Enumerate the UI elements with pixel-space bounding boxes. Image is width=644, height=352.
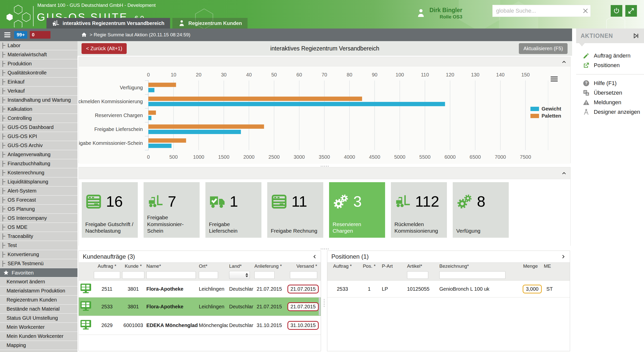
filter-input[interactable] (199, 271, 218, 279)
sidebar-item[interactable]: Verkauf (0, 87, 77, 95)
orders-column-header: Auftrag * (93, 263, 121, 269)
sidebar-item[interactable]: GUS-OS Dashboard (0, 123, 77, 132)
sidebar-item[interactable]: Anlagenverwaltung (0, 150, 77, 159)
sidebar-item[interactable]: Test (0, 241, 77, 250)
sidebar-favorite-item[interactable]: Bestände nach Material (0, 305, 77, 313)
sidebar-favorites-header[interactable]: Favoriten (0, 268, 77, 277)
sidebar-item[interactable]: Finanzbuchhaltung (0, 159, 77, 168)
chevron-up-icon[interactable] (561, 59, 567, 65)
svg-text:20: 20 (196, 72, 201, 77)
tile-freigabe-kommissionier-schein[interactable]: 7Freigabe Kommissionier-Schein (144, 182, 200, 238)
sidebar-favorite-item[interactable]: Mein Kunden Workcenter (0, 332, 77, 341)
filter-input[interactable] (290, 271, 317, 279)
home-icon[interactable] (81, 32, 87, 38)
sidebar-favorite-item[interactable]: Mein Workcenter (0, 323, 77, 332)
logo-divider (33, 6, 34, 26)
position-row[interactable]: 25331LP10125055GenioBronch L 100 uk3,000… (327, 281, 570, 297)
chevron-right-icon[interactable] (561, 254, 566, 259)
info-count-badge[interactable]: 99+ (14, 31, 27, 39)
sidebar-item[interactable]: Produktion (0, 59, 77, 68)
action-designer-anzeigen[interactable]: Designer anzeigen (576, 107, 644, 117)
action-hilfe-f1-[interactable]: ?Hilfe (F1) (576, 78, 644, 88)
sidebar-item[interactable]: Kostenrechnung (0, 168, 77, 177)
tile-label: Freigabe Lieferschein (209, 221, 259, 234)
user-block[interactable]: Dirk Bingler Rolle OS3 (416, 7, 462, 20)
order-row[interactable]: 25333801Flora-ApothekeLeichlingenDeutsch… (79, 297, 321, 316)
sidebar-favorite-item[interactable]: Formate (0, 350, 77, 352)
horizontal-splitter[interactable] (78, 246, 571, 250)
order-row[interactable]: 26296001003EDEKA MönchengladbachMöncheng… (79, 316, 321, 335)
svg-text:100: 100 (396, 72, 404, 77)
sidebar-item[interactable]: Labor (0, 41, 77, 50)
filter-input[interactable] (439, 271, 505, 279)
actions-list: Auftrag ändernPositionen?Hilfe (F1)AÜber… (576, 46, 644, 117)
tile-freigabe-gutschrift-nachbelastung[interactable]: 16Freigabe Gutschrift / Nachbelastung (82, 182, 138, 238)
tile-r-ckmelden-kommissionierung[interactable]: 112Rückmelden Kommissionierung (391, 182, 447, 238)
sidebar-item[interactable]: GUS-OS KPI (0, 132, 77, 141)
refresh-button[interactable]: Aktualisieren (F5) (519, 43, 568, 54)
tile-verf-gung[interactable]: 8Verfügung (453, 182, 509, 238)
chart-panel: 0102030405060708090100110120130140150050… (78, 57, 571, 163)
sidebar-item[interactable]: Konvertierung (0, 250, 77, 259)
horizontal-splitter[interactable] (78, 163, 571, 167)
filter-input[interactable] (146, 271, 196, 279)
order-row[interactable]: 25113801Flora-ApothekeLeichlingenDeutsch… (79, 281, 321, 297)
sidebar-favorite-item[interactable]: Regiezentrum Kunden (0, 295, 77, 304)
tile-freigabe-lieferschein[interactable]: 1Freigabe Lieferschein (205, 182, 261, 238)
filter-input[interactable] (407, 271, 428, 279)
tab-active-0[interactable]: interaktives Regiezentrum Versandbereich (46, 18, 170, 29)
logout-button[interactable] (611, 5, 622, 17)
chevron-up-icon[interactable] (561, 170, 567, 176)
sidebar-item[interactable]: Qualitätskontrolle (0, 68, 77, 77)
action--bersetzen[interactable]: AÜbersetzen (576, 88, 644, 98)
sidebar-item[interactable]: Traceability (0, 232, 77, 241)
tree-branch-icon (3, 70, 7, 76)
tile-count: 16 (106, 193, 123, 210)
tile-freigabe-rechnung[interactable]: 11Freigabe Rechnung (267, 182, 323, 238)
skip-right-icon[interactable] (633, 33, 639, 39)
sidebar-item[interactable]: GUS-OS Archiv (0, 141, 77, 150)
action-meldungen[interactable]: Meldungen (576, 98, 644, 107)
sidebar-item[interactable]: Liquiditätsplanung (0, 177, 77, 186)
alert-count-badge[interactable]: 0 (30, 31, 50, 39)
tile-reservieren-chargen[interactable]: 3Reservieren Chargen (329, 182, 385, 238)
sidebar-item[interactable]: OS MDE (0, 223, 77, 232)
sidebar-item[interactable]: OS Forecast (0, 196, 77, 204)
sidebar-item[interactable]: Instandhaltung und Wartung (0, 96, 77, 104)
sidebar-item[interactable]: Alert-System (0, 186, 77, 195)
sidebar-item-label: Kostenrechnung (8, 170, 44, 176)
chevron-left-icon[interactable] (312, 254, 317, 259)
forklift-icon (394, 193, 411, 210)
sidebar-item[interactable]: Controlling (0, 114, 77, 123)
sidebar-item[interactable]: Einkauf (0, 77, 77, 86)
sidebar-item[interactable]: SEPA Testmenü (0, 259, 77, 268)
chart-menu-icon[interactable] (551, 76, 558, 83)
filter-input[interactable] (94, 271, 120, 279)
country-filter-select[interactable] (229, 271, 250, 279)
sidebar-favorite-item[interactable]: Status GUI Umstellung (0, 314, 77, 322)
sidebar-item[interactable]: Kalkulation (0, 105, 77, 114)
sidebar-favorite-item[interactable]: Mapping (0, 341, 77, 350)
invoice-icon (271, 193, 287, 210)
action-auftrag-ndern[interactable]: Auftrag ändern (576, 51, 644, 61)
filter-input[interactable] (122, 271, 144, 279)
menu-icon[interactable] (3, 32, 12, 38)
sidebar-item[interactable]: OS Planung (0, 205, 77, 213)
filter-input[interactable] (254, 271, 275, 279)
tree-branch-icon (3, 143, 7, 149)
orders-table-body: 25113801Flora-ApothekeLeichlingenDeutsch… (79, 281, 321, 335)
scrollbar-thumb[interactable] (319, 297, 320, 315)
sidebar-favorite-item[interactable]: Materialstamm Produktion (0, 286, 77, 295)
fullscreen-button[interactable] (625, 5, 637, 17)
sidebar-item[interactable]: OS Intercompany (0, 214, 77, 223)
action-positionen[interactable]: Positionen (576, 61, 644, 70)
close-icon[interactable] (580, 6, 591, 16)
tab-inactive-1[interactable]: Regiezentrum Kunden (172, 18, 248, 29)
sidebar-favorite-item[interactable]: Kennwort ändern (0, 277, 77, 286)
vertical-splitter[interactable] (321, 299, 327, 307)
tree-branch-icon (3, 115, 7, 121)
sidebar-item[interactable]: Materialwirtschaft (0, 50, 77, 59)
search-input[interactable] (493, 8, 580, 14)
tile-top: 11 (271, 193, 320, 210)
back-button[interactable]: < Zurück (Alt+1) (82, 43, 127, 54)
